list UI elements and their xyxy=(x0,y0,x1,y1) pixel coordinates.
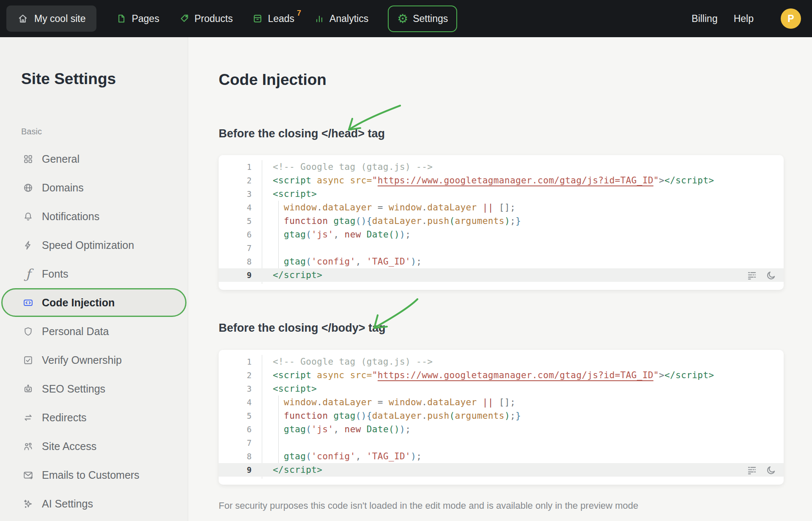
indent-guide xyxy=(278,423,279,436)
help-link[interactable]: Help xyxy=(734,13,754,25)
body-code-editor-slot: 1<!-- Google tag (gtag.js) -->2<script a… xyxy=(219,350,784,485)
format-icon[interactable] xyxy=(746,464,757,475)
sidebar-item-notifications[interactable]: Notifications xyxy=(1,202,187,231)
code-text: </script> xyxy=(262,463,784,477)
code-text: window.dataLayer = window.dataLayer || [… xyxy=(262,396,784,409)
head-code-editor-slot: 1<!-- Google tag (gtag.js) -->2<script a… xyxy=(219,155,784,290)
green-arrow-annotation xyxy=(344,103,403,136)
code-text: <!-- Google tag (gtag.js) --> xyxy=(262,160,784,174)
sidebar-item-personal-data[interactable]: Personal Data xyxy=(1,317,187,346)
code-line-9: 9</script> xyxy=(219,463,784,477)
line-number: 6 xyxy=(219,228,262,241)
user-avatar[interactable]: P xyxy=(781,8,801,29)
nav-item-analytics[interactable]: Analytics xyxy=(314,13,368,25)
line-number: 2 xyxy=(219,368,262,382)
code-text: gtag('js', new Date()); xyxy=(262,423,784,436)
bar-chart-icon xyxy=(314,13,325,24)
sidebar-item-label: Emails to Customers xyxy=(42,469,140,481)
sidebar-item-label: Personal Data xyxy=(42,325,109,338)
code-text: <script async src="https://www.googletag… xyxy=(262,368,784,382)
sidebar-title: Site Settings xyxy=(21,70,116,88)
code-text: function gtag(){dataLayer.push(arguments… xyxy=(262,214,784,228)
bell-icon xyxy=(22,211,34,222)
site-home-button[interactable]: My cool site xyxy=(6,5,96,32)
lightning-icon xyxy=(22,240,34,251)
sidebar-item-seo-settings[interactable]: SEO Settings xyxy=(1,374,187,403)
sidebar-item-ai-settings[interactable]: AI Settings xyxy=(1,489,187,518)
code-text: window.dataLayer = window.dataLayer || [… xyxy=(262,201,784,214)
code-line-6: 6 gtag('js', new Date()); xyxy=(219,423,784,436)
sidebar-item-site-access[interactable]: Site Access xyxy=(1,432,187,461)
line-number: 5 xyxy=(219,409,262,423)
indent-guide xyxy=(278,436,279,450)
shield-icon xyxy=(22,326,34,337)
nav-item-products[interactable]: Products xyxy=(179,13,233,25)
code-text: <script async src="https://www.googletag… xyxy=(262,174,784,187)
indent-guide xyxy=(278,450,279,463)
gear-icon: ⚙ xyxy=(397,13,408,24)
sidebar-item-fonts[interactable]: ƒFonts xyxy=(1,259,187,288)
main-content: Code Injection Before the closing </head… xyxy=(188,37,812,521)
code-line-1: 1<!-- Google tag (gtag.js) --> xyxy=(219,160,784,174)
sidebar-item-domains[interactable]: Domains xyxy=(1,173,187,202)
security-footnote: For security purposes this code isn't lo… xyxy=(219,500,638,511)
code-text: <script> xyxy=(262,382,784,396)
code-editor[interactable]: 1<!-- Google tag (gtag.js) -->2<script a… xyxy=(219,350,784,485)
code-line-4: 4 window.dataLayer = window.dataLayer ||… xyxy=(219,396,784,409)
editor-actions xyxy=(746,464,777,475)
sidebar-item-code-injection[interactable]: Code Injection xyxy=(1,288,187,317)
sidebar-item-label: Fonts xyxy=(42,268,69,280)
top-nav: My cool site PagesProductsLeads7Analytic… xyxy=(0,0,812,37)
sidebar-item-general[interactable]: General xyxy=(1,145,187,173)
code-text xyxy=(262,241,784,255)
moon-icon[interactable] xyxy=(766,464,777,475)
code-line-5: 5 function gtag(){dataLayer.push(argumen… xyxy=(219,409,784,423)
line-number: 9 xyxy=(219,463,262,477)
box-icon xyxy=(252,13,263,24)
sparkle-icon xyxy=(22,498,34,510)
code-text: function gtag(){dataLayer.push(arguments… xyxy=(262,409,784,423)
code-line-8: 8 gtag('config', 'TAG_ID'); xyxy=(219,450,784,463)
line-number: 4 xyxy=(219,396,262,409)
indent-guide xyxy=(278,396,279,409)
sidebar-item-label: AI Settings xyxy=(42,498,93,510)
robot-icon xyxy=(22,383,34,395)
redirect-arrows-icon xyxy=(22,412,34,423)
sidebar-item-label: Domains xyxy=(42,182,84,194)
nav-item-leads[interactable]: Leads7 xyxy=(252,13,294,25)
nav-item-settings[interactable]: ⚙Settings xyxy=(388,5,457,32)
line-number: 8 xyxy=(219,450,262,463)
code-line-5: 5 function gtag(){dataLayer.push(argumen… xyxy=(219,214,784,228)
indent-guide xyxy=(278,241,279,255)
billing-link[interactable]: Billing xyxy=(691,13,717,25)
format-icon[interactable] xyxy=(746,270,757,281)
nav-item-pages[interactable]: Pages xyxy=(116,13,159,25)
line-number: 9 xyxy=(219,268,262,282)
sidebar-item-emails-to-customers[interactable]: Emails to Customers xyxy=(1,461,187,489)
page-title: Code Injection xyxy=(219,71,326,89)
sidebar-item-speed-optimization[interactable]: Speed Optimization xyxy=(1,231,187,259)
section-heading-body-tag: Before the closing </body> tag xyxy=(219,321,386,335)
sidebar-item-verify-ownership[interactable]: Verify Ownership xyxy=(1,346,187,374)
checkbox-icon xyxy=(22,355,34,366)
indent-guide xyxy=(278,228,279,241)
tag-icon xyxy=(179,13,190,24)
code-text: <!-- Google tag (gtag.js) --> xyxy=(262,355,784,368)
code-line-2: 2<script async src="https://www.googleta… xyxy=(219,368,784,382)
line-number: 3 xyxy=(219,187,262,201)
line-number: 2 xyxy=(219,174,262,187)
sidebar-item-label: Speed Optimization xyxy=(42,239,134,251)
line-number: 4 xyxy=(219,201,262,214)
sidebar-item-label: Notifications xyxy=(42,210,99,223)
code-editor[interactable]: 1<!-- Google tag (gtag.js) -->2<script a… xyxy=(219,155,784,290)
moon-icon[interactable] xyxy=(766,270,777,281)
nav-label: Products xyxy=(195,13,233,25)
nav-right: Billing Help P xyxy=(691,8,801,29)
home-icon xyxy=(17,13,28,24)
code-text: gtag('js', new Date()); xyxy=(262,228,784,241)
sidebar-item-label: Redirects xyxy=(42,412,87,424)
code-line-1: 1<!-- Google tag (gtag.js) --> xyxy=(219,355,784,368)
sidebar-item-redirects[interactable]: Redirects xyxy=(1,403,187,432)
line-number: 3 xyxy=(219,382,262,396)
code-line-3: 3<script> xyxy=(219,382,784,396)
